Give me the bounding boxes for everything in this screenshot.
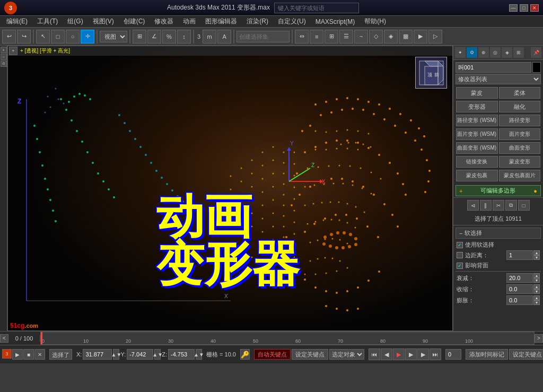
menu-modifier[interactable]: 修改器	[150, 16, 178, 27]
left-tool-2[interactable]: −	[1, 54, 7, 60]
menu-maxscript[interactable]: MAXScript(M)	[311, 17, 360, 27]
anim-btn-3[interactable]: ✂	[493, 200, 504, 211]
y-spinner[interactable]: ▲▼	[154, 349, 161, 360]
vp-btn-1[interactable]: +	[9, 47, 17, 55]
nav-cube[interactable]: 顶 前	[415, 57, 447, 89]
scene-icon-1[interactable]: 3	[2, 349, 12, 359]
x-spinner[interactable]: ▲▼	[113, 349, 119, 360]
left-tool-3[interactable]: ⊙	[1, 60, 7, 67]
patch-wsm2-button[interactable]: 面片变形	[499, 128, 541, 140]
modify-tab[interactable]: ⚙	[467, 47, 477, 58]
edge-dist-down[interactable]: ▼	[533, 255, 540, 260]
y-coord-input[interactable]	[127, 349, 153, 360]
percent-snap[interactable]: %	[162, 30, 176, 43]
menu-customize[interactable]: 自定义(U)	[274, 16, 310, 27]
link-xform-button[interactable]: 链接变换	[456, 156, 498, 168]
align-button[interactable]: ≡	[310, 30, 323, 43]
scene-icon-2[interactable]: ▶	[12, 349, 23, 360]
left-tool-1[interactable]: +	[1, 47, 7, 53]
bubble-spinner[interactable]: ▲ ▼	[533, 295, 540, 305]
create-tab[interactable]: ✦	[455, 47, 466, 58]
named-sel-1[interactable]: m	[203, 30, 216, 43]
set-key-button[interactable]: 设定关键点	[292, 349, 328, 360]
skin-morph-button[interactable]: 蒙皮变形	[499, 156, 541, 168]
set-key-btn2[interactable]: 设定关键点	[509, 349, 543, 360]
affect-back-checkbox[interactable]: ✓	[457, 263, 463, 269]
edge-dist-input[interactable]	[506, 250, 533, 260]
display-tab[interactable]: ◈	[502, 47, 512, 58]
edge-dist-spinner[interactable]: ▲ ▼	[533, 250, 540, 260]
timeline-track[interactable]: 0 10 20 30 40 50 60 70 80 90 100	[40, 332, 535, 345]
skin-button[interactable]: 蒙皮	[456, 87, 498, 99]
falloff-down[interactable]: ▼	[533, 278, 540, 283]
view-select[interactable]: 视图	[100, 31, 127, 42]
scene-icon-4[interactable]: ✕	[34, 349, 45, 360]
pinch-down[interactable]: ▼	[533, 289, 540, 294]
select-region-circle[interactable]: ○	[66, 30, 80, 43]
schematic-view[interactable]: ◇	[369, 30, 383, 43]
menu-edit[interactable]: 编辑(E)	[2, 16, 32, 27]
anim-btn-4[interactable]: ⧉	[505, 200, 517, 211]
modifier-list-select[interactable]: 修改器列表	[456, 74, 541, 84]
bubble-up[interactable]: ▲	[533, 295, 540, 300]
soft-selection-title[interactable]: − 软选择	[456, 228, 541, 239]
move-tool[interactable]: ✛	[81, 30, 94, 43]
surface-wsm1-button[interactable]: 曲面变形 (WSM)	[456, 142, 498, 154]
restore-button[interactable]: □	[520, 4, 528, 12]
pinch-spinner[interactable]: ▲ ▼	[533, 284, 540, 294]
minimize-button[interactable]: —	[509, 4, 518, 12]
morpher-button[interactable]: 变形器	[456, 101, 498, 112]
soft-body-button[interactable]: 柔体	[499, 87, 541, 99]
viewport[interactable]: + + [透视] [平滑 + 高光]	[7, 46, 453, 331]
z-spinner[interactable]: ▲▼	[196, 349, 202, 360]
x-coord-input[interactable]	[83, 349, 112, 360]
surface-wsm2-button[interactable]: 曲面变形	[499, 142, 541, 154]
play-button[interactable]: ▶	[393, 349, 405, 360]
bubble-input[interactable]	[506, 295, 533, 305]
path-wsm2-button[interactable]: 路径变形	[499, 115, 541, 126]
menu-view[interactable]: 视图(V)	[89, 16, 118, 27]
skin-wrap-patch-button[interactable]: 蒙皮包裹面片	[499, 170, 541, 181]
pin-icon[interactable]: 📌	[531, 47, 541, 58]
curve-editor[interactable]: ~	[354, 30, 368, 43]
frame-input[interactable]	[445, 349, 461, 360]
z-coord-input[interactable]	[168, 349, 195, 360]
pinch-input[interactable]	[506, 284, 533, 294]
redo-button[interactable]: ↪	[17, 30, 31, 43]
scene-icon-3[interactable]: ■	[23, 349, 34, 360]
render-last[interactable]: ▷	[428, 30, 442, 43]
render-setup[interactable]: ▦	[399, 30, 413, 43]
bubble-down[interactable]: ▼	[533, 300, 540, 305]
ffd-button[interactable]: 融化	[499, 101, 541, 112]
motion-tab[interactable]: ◎	[490, 47, 501, 58]
select-obj-select[interactable]: 选定对象	[329, 349, 364, 360]
menu-graph-editor[interactable]: 图形编辑器	[201, 16, 241, 27]
use-soft-checkbox[interactable]: ✓	[457, 242, 463, 248]
select-tool[interactable]: ↖	[36, 30, 50, 43]
edge-dist-checkbox[interactable]	[457, 252, 463, 258]
layer-manager[interactable]: ☰	[339, 30, 353, 43]
skin-wrap-button[interactable]: 蒙皮包裹	[456, 170, 498, 181]
spinner-snap[interactable]: ↕	[177, 30, 191, 43]
sel-set-input[interactable]	[237, 31, 290, 42]
path-wsm1-button[interactable]: 路径变形 (WSM)	[456, 115, 498, 126]
close-button[interactable]: ✕	[530, 4, 539, 12]
add-time-tag-button[interactable]: 添加时间标记	[466, 349, 508, 360]
undo-button[interactable]: ↩	[2, 30, 16, 43]
menu-create[interactable]: 创建(C)	[119, 16, 150, 27]
search-input[interactable]	[274, 3, 359, 13]
menu-group[interactable]: 组(G)	[63, 16, 87, 27]
next-frame-button[interactable]: ▶	[417, 349, 429, 360]
select-region-rect[interactable]: □	[51, 30, 65, 43]
anim-btn-1[interactable]: ⊲	[467, 200, 479, 211]
anim-btn-5[interactable]: □	[518, 200, 530, 211]
menu-render[interactable]: 渲染(R)	[242, 16, 273, 27]
align-view[interactable]: ⊞	[325, 30, 338, 43]
auto-key-button[interactable]: 自动关键点	[254, 349, 291, 360]
first-frame-button[interactable]: ⏮	[369, 349, 380, 360]
last-frame-button[interactable]: ⏭	[430, 349, 441, 360]
angle-snap[interactable]: ∠	[147, 30, 161, 43]
object-color-swatch[interactable]	[532, 62, 541, 73]
hierarchy-tab[interactable]: ⊕	[478, 47, 489, 58]
timeline-next[interactable]: >	[535, 334, 543, 343]
